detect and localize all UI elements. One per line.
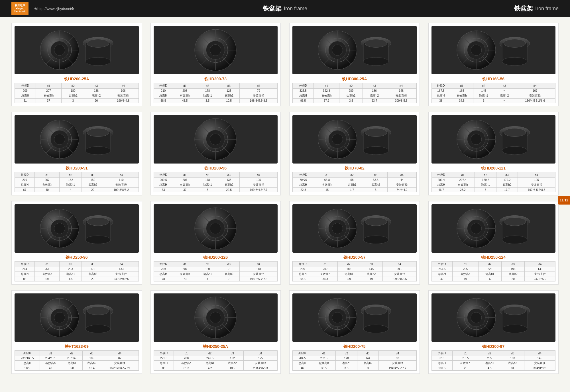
specs-value-cell: 107.5 xyxy=(431,366,452,371)
specs-value-cell: 58 xyxy=(340,178,364,182)
specs-header-cell: 边高h1 xyxy=(338,271,360,277)
specs-header-cell: d1 xyxy=(452,351,478,356)
specs-table-HD300-25A: 外径Dd1d2d3d4326.5322.3289186148总高H有效高h边高h… xyxy=(292,83,417,103)
product-cell-HD200-75: 铁HD200-75外径Dd1d2d3d4204.5202.517814493总高… xyxy=(289,290,420,374)
product-images-HD300-25A xyxy=(292,26,417,74)
specs-header-cell: 底高h2 xyxy=(363,93,386,99)
specs-value-cell: 63.8 xyxy=(314,178,340,182)
header-center-title: 铁盆架 Iron frame xyxy=(263,4,307,13)
specs-header-cell: d4 xyxy=(240,83,278,89)
specs-value-cell: 3 xyxy=(62,99,85,103)
specs-value-cell: 18.5 xyxy=(221,366,244,371)
specs-header-cell: d2 xyxy=(61,351,83,356)
specs-header-cell: 有效高h xyxy=(313,271,337,277)
svg-point-167 xyxy=(471,223,482,234)
svg-point-14 xyxy=(85,57,111,66)
specs-header-cell: 有效高h xyxy=(314,93,339,99)
specs-value-cell: 167*120/4.5-5*9 xyxy=(101,366,139,371)
specs-value-cell: 228 xyxy=(478,267,501,271)
specs-value-cell: 199*8*4.8 xyxy=(108,99,139,103)
product-name-HD250-25A: 铁HD250-25A xyxy=(203,344,228,349)
specs-value-cell: 20 xyxy=(85,99,108,103)
specs-header-cell: 边高h1 xyxy=(336,361,357,366)
specs-header-cell: d2 xyxy=(339,83,363,89)
product-name-HD300-97: 铁HD300-97 xyxy=(482,344,504,349)
specs-value-cell: 67 xyxy=(15,188,35,192)
specs-value-cell: 58.5 xyxy=(154,99,173,103)
specs-header-cell: d3 xyxy=(218,172,240,178)
specs-header-cell: d1 xyxy=(173,262,197,267)
specs-header-cell: d3 xyxy=(363,83,386,89)
specs-header-cell: d2 xyxy=(473,83,494,89)
specs-value-cell: 43 xyxy=(40,366,61,371)
specs-header-cell: d1 xyxy=(40,351,61,356)
specs-value-cell: 20 xyxy=(82,277,104,281)
svg-point-19 xyxy=(210,44,221,56)
specs-value-cell: 233 xyxy=(60,267,82,271)
specs-header-cell: d1 xyxy=(314,172,340,178)
specs-header-cell: d3 xyxy=(82,172,104,178)
specs-value-cell: 242.5 xyxy=(199,356,221,361)
specs-value-cell: 3 xyxy=(197,188,218,192)
specs-value-cell: 304*8*6*8 xyxy=(524,366,555,371)
specs-value-cell: 86 xyxy=(154,366,174,371)
specs-value-cell: 118 xyxy=(240,267,278,271)
specs-header-cell: d1 xyxy=(450,83,473,89)
specs-value-cell: 210 xyxy=(154,89,173,93)
specs-value-cell: 178 xyxy=(197,89,218,93)
product-cell-HD250-25A: 铁HD250-25A外径Dd1d2d3d4271.3268242.5162125… xyxy=(150,290,281,374)
specs-value-cell: 322.3 xyxy=(314,89,339,93)
specs-header-cell: 安装直径 xyxy=(382,271,416,277)
svg-point-179 xyxy=(504,218,526,226)
specs-value-cell: 22.5 xyxy=(218,188,240,192)
specs-header-cell: 总高H xyxy=(15,93,36,99)
specs-header-cell: d3 xyxy=(501,351,524,356)
specs-header-cell: 安装直径 xyxy=(386,93,416,99)
product-cell-HD250-124: 铁HD250-124外径Dd1d2d3d4257.5255228198133总高… xyxy=(428,201,559,285)
product-cell-HD200-25A: 铁HD200-25A外径Dd1d2d3d4209207180138106总高H有… xyxy=(11,23,142,106)
specs-header-cell: 底高h2 xyxy=(218,93,240,99)
specs-value-cell: 133 xyxy=(525,267,555,271)
specs-header-cell: 外径D xyxy=(293,262,313,267)
specs-header-cell: 外径D xyxy=(154,172,173,178)
specs-header-cell: d4 xyxy=(386,83,416,89)
svg-point-227 xyxy=(471,312,482,323)
specs-value-cell: 182 xyxy=(60,178,82,182)
specs-header-cell: 总高H xyxy=(154,271,173,277)
specs-value-cell: 4 xyxy=(60,188,82,192)
product-name-HD200-121: 铁HD200-121 xyxy=(481,166,506,171)
specs-header-cell: 安装直径 xyxy=(378,361,416,366)
specs-value-cell: 59 xyxy=(35,277,60,281)
specs-value-cell: 73 xyxy=(173,277,197,281)
product-cell-HD200-126: 铁HD200-126外径Dd1d2d3d4209207180/118总高H有效高… xyxy=(150,201,281,285)
specs-header-cell: 总高H xyxy=(293,361,312,366)
specs-header-cell: d4 xyxy=(108,83,139,89)
specs-value-cell: 19 xyxy=(453,277,478,281)
specs-header-cell: d1 xyxy=(451,172,475,178)
specs-value-cell: 63 xyxy=(154,188,173,192)
specs-value-cell: 38 xyxy=(431,99,450,103)
specs-value-cell: 4.5 xyxy=(478,366,501,371)
specs-value-cell: 67.2 xyxy=(314,99,339,103)
specs-header-cell: d3 xyxy=(357,351,378,356)
company-logo: 科豆电声Xiuyou Electronic xyxy=(11,2,28,15)
specs-header-cell: 总高H xyxy=(293,271,313,277)
specs-header-cell: 有效高h xyxy=(35,182,60,188)
specs-header-cell: d4 xyxy=(244,351,278,356)
specs-header-cell: 总高H xyxy=(431,182,451,188)
page-header: 科豆电声Xiuyou Electronic ※http://www.zjhyds… xyxy=(0,0,570,17)
specs-value-cell: 207 xyxy=(173,178,197,182)
specs-header-cell: d4 xyxy=(382,262,416,267)
svg-point-222 xyxy=(363,325,388,333)
specs-value-cell: 264 xyxy=(15,267,35,271)
specs-header-cell: 安装直径 xyxy=(240,93,278,99)
svg-point-239 xyxy=(504,307,526,315)
svg-point-223 xyxy=(365,307,387,315)
header-left: 科豆电声Xiuyou Electronic ※http://www.zjhyds… xyxy=(11,2,74,15)
specs-header-cell: 安装直径 xyxy=(240,182,278,188)
specs-header-cell: 有效高h xyxy=(173,271,197,277)
specs-value-cell: 199*8*4.6*7.7 xyxy=(240,188,278,192)
specs-header-cell: d2 xyxy=(62,83,85,89)
specs-value-cell: 258.4*8-5.3 xyxy=(244,366,278,371)
specs-header-cell: 外径D xyxy=(15,262,35,267)
